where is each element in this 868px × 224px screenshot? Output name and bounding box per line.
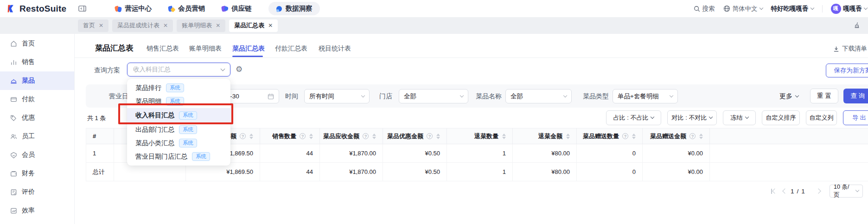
search-icon (694, 6, 700, 12)
sidebar-item-efficiency[interactable]: 效率 (0, 201, 74, 220)
menu-item-supply-chain[interactable]: 供应链 (222, 4, 252, 13)
chevron-down-icon (855, 188, 859, 192)
close-icon[interactable]: ✕ (216, 22, 220, 29)
sidebar-item-home[interactable]: 首页 (0, 34, 74, 53)
sidebar-item-dishes[interactable]: 菜品 (0, 71, 74, 90)
compare-toggle-button[interactable]: 对比 : 不对比 (667, 110, 717, 125)
custom-sort-button[interactable]: 自定义排序 (762, 110, 800, 125)
sort-icon[interactable] (436, 134, 440, 139)
help-icon[interactable]: ? (427, 133, 433, 139)
scheme-option-date-store-summary[interactable]: 营业日期门店汇总 系统 (127, 150, 230, 163)
help-icon[interactable]: ? (363, 133, 369, 139)
reset-button[interactable]: 重 置 (810, 89, 838, 103)
chevron-down-icon (709, 115, 713, 119)
prev-page-button[interactable] (783, 185, 787, 198)
sidebar-item-sales[interactable]: 销售 (0, 53, 74, 71)
divider (822, 5, 823, 13)
user-menu[interactable]: 嘎 嘎嘎香 (831, 4, 868, 14)
download-list-button[interactable]: 下载清单 (833, 45, 867, 53)
sort-icon[interactable] (249, 134, 253, 139)
sort-icon[interactable] (566, 134, 570, 139)
option-label: 菜品明细 (135, 97, 161, 106)
system-badge: 系统 (179, 125, 197, 134)
sort-icon[interactable] (699, 134, 703, 139)
first-page-button[interactable] (771, 185, 777, 198)
sort-icon[interactable] (309, 134, 313, 139)
download-icon (833, 46, 839, 52)
report-tab-bill-detail[interactable]: 账单明细表 (189, 45, 222, 53)
opened-tab-commission-report[interactable]: 菜品提成统计表 ✕ (112, 19, 173, 32)
opened-tab-dish-summary[interactable]: 菜品汇总表 ✕ (229, 19, 278, 32)
col-header-gift-amount[interactable]: 菜品赠送金额? (643, 128, 710, 144)
custom-columns-button[interactable]: 自定义列 (806, 110, 837, 125)
clear-tabs-icon[interactable] (854, 22, 861, 29)
close-icon[interactable]: ✕ (163, 22, 168, 29)
total-row-cell: 总计 (86, 163, 114, 181)
col-header-sales-qty[interactable]: 销售数量? (260, 128, 320, 144)
query-scheme-select[interactable]: 收入科目汇总 (127, 63, 230, 77)
global-search[interactable]: 搜索 (694, 5, 715, 13)
help-icon[interactable]: ? (300, 133, 306, 139)
menu-item-operations[interactable]: 营运中心 (115, 4, 152, 13)
sort-icon[interactable] (632, 134, 636, 139)
search-button[interactable]: 查 询 (843, 89, 868, 103)
sidebar-collapse-icon[interactable] (78, 5, 86, 12)
sidebar-item-finance[interactable]: 财务 (0, 164, 74, 183)
scheme-option-income-subject-summary[interactable]: 收入科目汇总 系统 (127, 108, 230, 123)
time-select[interactable]: 所有时间 (304, 89, 370, 103)
scheme-option-department-summary[interactable]: 出品部门汇总 系统 (127, 123, 230, 136)
col-header-discount[interactable]: 菜品优惠金额? (383, 128, 447, 144)
bar-chart-icon (10, 59, 17, 66)
report-tab-sales-summary[interactable]: 销售汇总表 (147, 45, 179, 53)
help-icon[interactable]: ? (240, 133, 246, 139)
operations-icon (115, 6, 121, 12)
page-size-select[interactable]: 10 条/页 (830, 185, 863, 198)
col-header-return-qty[interactable]: 退菜数量 (447, 128, 513, 144)
scheme-option-dish-ranking[interactable]: 菜品排行 系统 (127, 81, 230, 95)
sort-icon[interactable] (372, 134, 376, 139)
scheme-option-dish-detail[interactable]: 菜品明细 系统 (127, 95, 230, 108)
col-header-receivable[interactable]: 菜品应收金额? (320, 128, 383, 144)
freeze-button[interactable]: 冻结 (723, 110, 756, 125)
sidebar-item-reviews[interactable]: 评价 (0, 183, 74, 201)
more-filters-button[interactable]: 更多 (779, 92, 798, 101)
chevron-down-icon (810, 6, 814, 9)
org-switcher[interactable]: 特好吃嘎嘎香 (771, 5, 814, 13)
report-tab-dish-summary[interactable]: 菜品汇总表 (232, 45, 265, 53)
menu-item-data-insight[interactable]: 数据洞察 (268, 2, 320, 15)
dish-type-select[interactable]: 单品+套餐明细 (613, 89, 678, 103)
brand-logo[interactable]: RestoSuite (6, 4, 66, 14)
next-page-button[interactable] (817, 185, 820, 198)
table-cell: ¥1,870.00 (320, 144, 383, 163)
col-header-return-amount[interactable]: 退菜金额 (513, 128, 577, 144)
report-tab-tax-summary[interactable]: 税目统计表 (319, 45, 351, 53)
gear-icon[interactable]: ⚙ (236, 64, 243, 74)
report-tab-payment-summary[interactable]: 付款汇总表 (275, 45, 307, 53)
total-row-cell: ¥0.00 (643, 163, 710, 181)
opened-tab-home[interactable]: 首页 ✕ (78, 19, 108, 32)
dish-name-select[interactable]: 全部 (505, 89, 572, 103)
sidebar-item-staff[interactable]: 员工 (0, 127, 74, 146)
language-switcher[interactable]: 简体中文 (723, 5, 763, 13)
close-icon[interactable]: ✕ (99, 22, 103, 29)
system-badge: 系统 (192, 152, 210, 161)
save-as-new-scheme-button[interactable]: 保存为新方案 (826, 64, 868, 77)
scheme-option-subcategory-summary[interactable]: 菜品小类汇总 系统 (127, 136, 230, 150)
sidebar-item-members[interactable]: 会员 (0, 146, 74, 164)
opened-tab-bill-detail[interactable]: 账单明细表 ✕ (177, 19, 225, 32)
payment-card-icon (10, 96, 17, 103)
table-cell: ¥0.50 (383, 144, 447, 163)
menu-item-membership[interactable]: 会员营销 (168, 4, 205, 13)
ratio-toggle-button[interactable]: 占比 : 不占比 (606, 110, 661, 125)
export-button[interactable]: 导 出 (843, 110, 868, 125)
sort-icon[interactable] (502, 134, 506, 139)
help-icon[interactable]: ? (622, 133, 628, 139)
opened-tabs-bar: 首页 ✕ 菜品提成统计表 ✕ 账单明细表 ✕ 菜品汇总表 ✕ (0, 17, 868, 34)
store-select[interactable]: 全部 (399, 89, 468, 103)
sidebar-item-payments[interactable]: 付款 (0, 90, 74, 109)
close-icon[interactable]: ✕ (268, 22, 273, 29)
col-header-gift-qty[interactable]: 菜品赠送数量? (577, 128, 643, 144)
help-icon[interactable]: ? (689, 133, 696, 139)
option-label: 收入科目汇总 (135, 111, 174, 120)
sidebar-item-discounts[interactable]: 优惠 (0, 109, 74, 127)
